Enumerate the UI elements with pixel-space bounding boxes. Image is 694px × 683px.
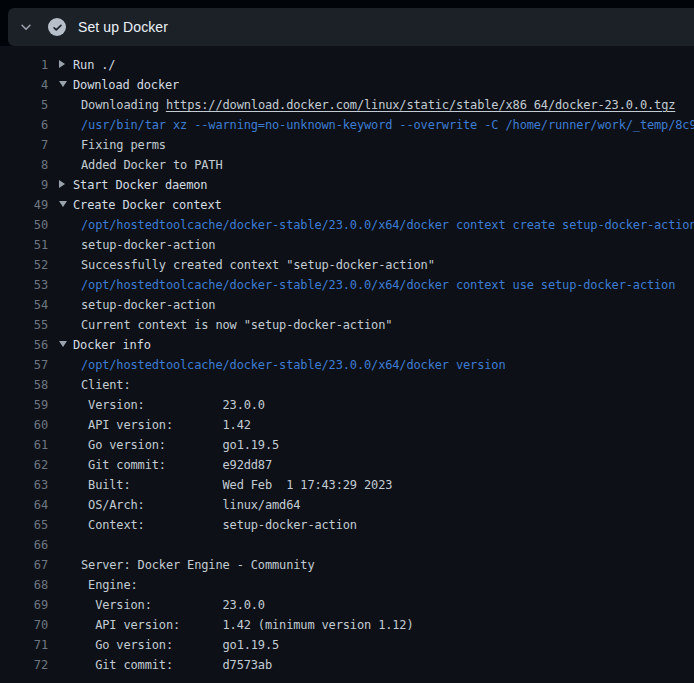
line-number[interactable]: 63 bbox=[8, 475, 48, 495]
line-number[interactable]: 62 bbox=[8, 455, 48, 475]
line-number[interactable]: 61 bbox=[8, 435, 48, 455]
line-number[interactable]: 51 bbox=[8, 235, 48, 255]
log-line: 7Fixing perms bbox=[0, 135, 694, 155]
chevron-down-icon[interactable] bbox=[18, 19, 34, 35]
log-text: Successfully created context "setup-dock… bbox=[59, 255, 694, 275]
line-number[interactable]: 49 bbox=[8, 195, 48, 215]
log-line: 50/opt/hostedtoolcache/docker-stable/23.… bbox=[0, 215, 694, 235]
log-text[interactable]: Create Docker context bbox=[59, 195, 694, 215]
line-number[interactable]: 58 bbox=[8, 375, 48, 395]
line-number[interactable]: 5 bbox=[8, 95, 48, 115]
line-number[interactable]: 53 bbox=[8, 275, 48, 295]
log-line: 8Added Docker to PATH bbox=[0, 155, 694, 175]
line-number[interactable]: 60 bbox=[8, 415, 48, 435]
log-line: 53/opt/hostedtoolcache/docker-stable/23.… bbox=[0, 275, 694, 295]
log-text: setup-docker-action bbox=[59, 295, 694, 315]
log-text: Version: 23.0.0 bbox=[59, 595, 694, 615]
log-line: 4Download docker bbox=[0, 75, 694, 95]
log-line: 66 bbox=[0, 535, 694, 555]
log-text: setup-docker-action bbox=[59, 235, 694, 255]
line-number[interactable]: 68 bbox=[8, 575, 48, 595]
line-number[interactable]: 52 bbox=[8, 255, 48, 275]
log-line: 64 OS/Arch: linux/amd64 bbox=[0, 495, 694, 515]
line-number[interactable]: 6 bbox=[8, 115, 48, 135]
line-number[interactable]: 64 bbox=[8, 495, 48, 515]
line-number[interactable]: 66 bbox=[8, 535, 48, 555]
log-line: 65 Context: setup-docker-action bbox=[0, 515, 694, 535]
log-text: Added Docker to PATH bbox=[59, 155, 694, 175]
log-line: 61 Go version: go1.19.5 bbox=[0, 435, 694, 455]
triangle-right-icon[interactable] bbox=[59, 55, 73, 75]
line-number[interactable]: 1 bbox=[8, 55, 48, 75]
line-number[interactable]: 8 bbox=[8, 155, 48, 175]
log-text: Git commit: e92dd87 bbox=[59, 455, 694, 475]
link-prefix-text: Downloading bbox=[81, 98, 166, 112]
line-number[interactable]: 67 bbox=[8, 555, 48, 575]
header-band: Set up Docker bbox=[0, 0, 694, 46]
log-text: Go version: go1.19.5 bbox=[59, 635, 694, 655]
log-area: 1Run ./4Download docker5Downloading http… bbox=[0, 46, 694, 675]
log-text: Go version: go1.19.5 bbox=[59, 435, 694, 455]
log-line: 69 Version: 23.0.0 bbox=[0, 595, 694, 615]
line-number[interactable]: 57 bbox=[8, 355, 48, 375]
line-number[interactable]: 71 bbox=[8, 635, 48, 655]
triangle-down-icon[interactable] bbox=[59, 335, 73, 355]
log-text: /opt/hostedtoolcache/docker-stable/23.0.… bbox=[59, 355, 694, 375]
line-number[interactable]: 7 bbox=[8, 135, 48, 155]
line-number[interactable]: 4 bbox=[8, 75, 48, 95]
triangle-down-icon[interactable] bbox=[59, 75, 73, 95]
group-title: Run ./ bbox=[73, 58, 115, 72]
log-text: OS/Arch: linux/amd64 bbox=[59, 495, 694, 515]
log-line: 9Start Docker daemon bbox=[0, 175, 694, 195]
line-number[interactable]: 9 bbox=[8, 175, 48, 195]
group-title: Docker info bbox=[73, 338, 151, 352]
log-text: Context: setup-docker-action bbox=[59, 515, 694, 535]
log-text: API version: 1.42 bbox=[59, 415, 694, 435]
log-text: Version: 23.0.0 bbox=[59, 395, 694, 415]
log-link[interactable]: https://download.docker.com/linux/static… bbox=[166, 98, 675, 112]
log-text: Built: Wed Feb 1 17:43:29 2023 bbox=[59, 475, 694, 495]
log-text: Engine: bbox=[59, 575, 694, 595]
check-circle-icon bbox=[48, 18, 66, 36]
log-line: 59 Version: 23.0.0 bbox=[0, 395, 694, 415]
log-line: 71 Go version: go1.19.5 bbox=[0, 635, 694, 655]
log-text: /opt/hostedtoolcache/docker-stable/23.0.… bbox=[59, 215, 694, 235]
log-text: Fixing perms bbox=[59, 135, 694, 155]
log-text[interactable]: Run ./ bbox=[59, 55, 694, 75]
log-line: 1Run ./ bbox=[0, 55, 694, 75]
log-text: /opt/hostedtoolcache/docker-stable/23.0.… bbox=[59, 275, 694, 295]
line-number[interactable]: 65 bbox=[8, 515, 48, 535]
log-line: 54setup-docker-action bbox=[0, 295, 694, 315]
line-number[interactable]: 55 bbox=[8, 315, 48, 335]
log-line: 51setup-docker-action bbox=[0, 235, 694, 255]
log-text[interactable]: Docker info bbox=[59, 335, 694, 355]
triangle-right-icon[interactable] bbox=[59, 175, 73, 195]
log-line: 49Create Docker context bbox=[0, 195, 694, 215]
line-number[interactable]: 56 bbox=[8, 335, 48, 355]
log-line: 60 API version: 1.42 bbox=[0, 415, 694, 435]
line-number[interactable]: 50 bbox=[8, 215, 48, 235]
group-title: Download docker bbox=[73, 78, 179, 92]
log-text: /usr/bin/tar xz --warning=no-unknown-key… bbox=[59, 115, 694, 135]
log-text: Current context is now "setup-docker-act… bbox=[59, 315, 694, 335]
log-text[interactable]: Download docker bbox=[59, 75, 694, 95]
log-text[interactable]: Start Docker daemon bbox=[59, 175, 694, 195]
line-number[interactable]: 72 bbox=[8, 655, 48, 675]
line-number[interactable]: 54 bbox=[8, 295, 48, 315]
log-line: 63 Built: Wed Feb 1 17:43:29 2023 bbox=[0, 475, 694, 495]
log-line: 52Successfully created context "setup-do… bbox=[0, 255, 694, 275]
log-line: 58Client: bbox=[0, 375, 694, 395]
log-line: 5Downloading https://download.docker.com… bbox=[0, 95, 694, 115]
log-line: 55Current context is now "setup-docker-a… bbox=[0, 315, 694, 335]
log-line: 56Docker info bbox=[0, 335, 694, 355]
group-title: Start Docker daemon bbox=[73, 178, 207, 192]
triangle-down-icon[interactable] bbox=[59, 195, 73, 215]
line-number[interactable]: 69 bbox=[8, 595, 48, 615]
log-text: Client: bbox=[59, 375, 694, 395]
log-line: 67Server: Docker Engine - Community bbox=[0, 555, 694, 575]
log-text: API version: 1.42 (minimum version 1.12) bbox=[59, 615, 694, 635]
line-number[interactable]: 70 bbox=[8, 615, 48, 635]
line-number[interactable]: 59 bbox=[8, 395, 48, 415]
step-header[interactable]: Set up Docker bbox=[8, 8, 694, 46]
log-text: Downloading https://download.docker.com/… bbox=[59, 95, 694, 115]
